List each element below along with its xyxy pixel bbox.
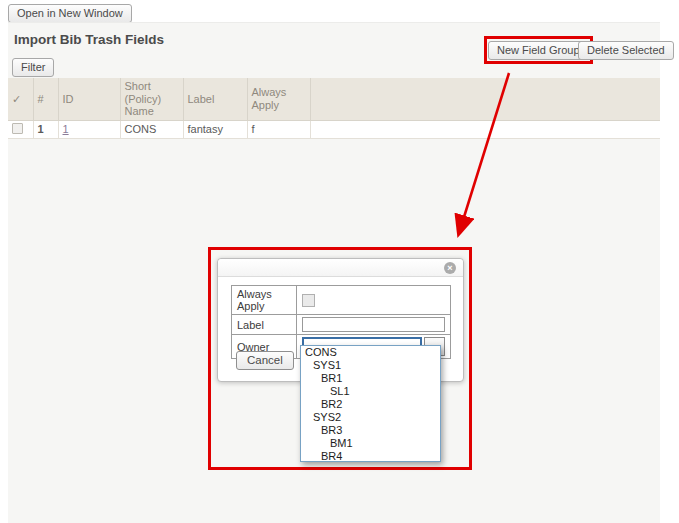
owner-dropdown-list: CONS SYS1 BR1 SL1 BR2 SYS2 BR3 BM1 BR4 [300,345,441,462]
filler-column-header [310,78,660,120]
label-column-header: Label [183,78,247,120]
filter-button[interactable]: Filter [12,58,54,77]
short-name-column-header: Short (Policy) Name [120,78,183,120]
row-number: 1 [33,120,58,138]
always-apply-column-header: Always Apply [247,78,310,120]
delete-selected-button[interactable]: Delete Selected [578,41,674,60]
dropdown-option-br3[interactable]: BR3 [301,424,440,437]
dropdown-option-sl1[interactable]: SL1 [301,385,440,398]
cancel-button[interactable]: Cancel [236,351,294,370]
always-apply-checkbox[interactable] [302,294,315,307]
screenshot-root: Open in New Window Import Bib Trash Fiel… [0,0,679,523]
label-input[interactable] [302,317,445,332]
row-select-checkbox[interactable] [12,123,23,134]
dropdown-option-bm1[interactable]: BM1 [301,437,440,450]
dropdown-option-sys1[interactable]: SYS1 [301,359,440,372]
fields-table: ✓ # ID Short (Policy) Name Label Always … [8,78,660,139]
row-label: fantasy [183,120,247,138]
table-header-row: ✓ # ID Short (Policy) Name Label Always … [8,78,660,120]
dropdown-option-br4[interactable]: BR4 [301,450,440,462]
open-in-new-window-button[interactable]: Open in New Window [8,4,132,23]
close-icon[interactable]: × [444,262,456,274]
row-id-link[interactable]: 1 [63,123,69,135]
table-row: 1 1 CONS fantasy f [8,120,660,138]
select-all-column-header: ✓ [8,78,33,120]
dropdown-option-br2[interactable]: BR2 [301,398,440,411]
dialog-header: × [218,259,463,277]
label-field-label: Label [232,315,297,335]
row-filler-cell [310,120,660,138]
new-field-group-annotation-box: New Field Group [484,36,593,64]
new-field-group-button[interactable]: New Field Group [488,41,589,60]
dropdown-option-sys2[interactable]: SYS2 [301,411,440,424]
row-short-name: CONS [120,120,183,138]
dropdown-option-br1[interactable]: BR1 [301,372,440,385]
label-row: Label [232,315,451,335]
always-apply-label: Always Apply [232,286,297,315]
dropdown-option-cons[interactable]: CONS [301,346,440,359]
num-column-header: # [33,78,58,120]
row-always-apply: f [247,120,310,138]
page-title: Import Bib Trash Fields [14,32,164,47]
id-column-header: ID [58,78,120,120]
always-apply-row: Always Apply [232,286,451,315]
